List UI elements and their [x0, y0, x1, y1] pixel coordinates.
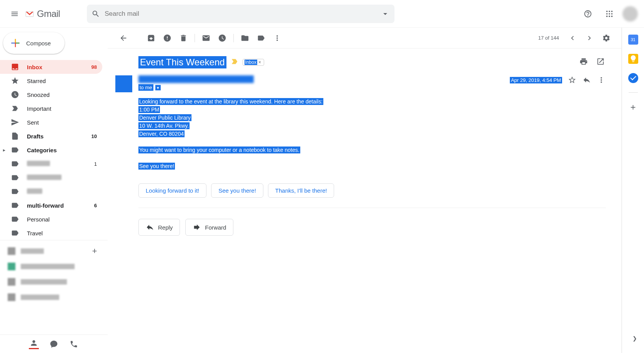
hangouts-contacts-tab[interactable] — [29, 339, 39, 349]
spam-icon — [163, 34, 171, 42]
snooze-button[interactable] — [214, 30, 230, 46]
hangouts-icon — [50, 340, 58, 348]
settings-button[interactable] — [598, 30, 614, 46]
nav-item-multi-forward[interactable]: multi-forward6 — [0, 198, 102, 212]
nav-item-label[interactable]: 1 — [0, 157, 102, 171]
nav-item-snoozed[interactable]: Snoozed — [0, 88, 102, 102]
nav-item-sent[interactable]: Sent — [0, 115, 102, 129]
chevron-left-icon — [568, 34, 577, 42]
top-right-controls — [579, 5, 638, 22]
report-spam-button[interactable] — [159, 30, 175, 46]
svg-point-9 — [611, 15, 613, 17]
nav-item-personal[interactable]: Personal — [0, 212, 102, 226]
star-outline-icon — [568, 76, 576, 84]
help-icon — [584, 10, 592, 18]
gmail-logo[interactable]: Gmail — [25, 8, 60, 19]
search-options-dropdown-icon[interactable] — [381, 9, 390, 18]
archive-button[interactable] — [143, 30, 159, 46]
email-body: Looking forward to the event at the libr… — [138, 98, 606, 170]
svg-point-4 — [606, 13, 608, 15]
hangouts-add-button[interactable]: + — [89, 246, 100, 256]
hangouts-header[interactable]: + — [0, 243, 108, 259]
hide-panel-button[interactable]: ❯ — [632, 335, 637, 341]
message-more-button[interactable] — [597, 75, 606, 85]
important-marker-icon[interactable] — [230, 57, 239, 68]
star-button[interactable] — [567, 75, 577, 85]
account-avatar[interactable] — [622, 6, 638, 22]
svg-point-6 — [611, 13, 613, 15]
support-button[interactable] — [579, 5, 596, 22]
hangouts-section: + — [0, 240, 108, 308]
mail-icon — [202, 34, 210, 42]
prev-button[interactable] — [564, 30, 581, 46]
nav-item-drafts[interactable]: Drafts10 — [0, 129, 102, 143]
more-button[interactable] — [269, 30, 285, 46]
main-menu-button[interactable] — [6, 5, 23, 22]
smart-replies: Looking forward to it!See you there!Than… — [138, 183, 606, 198]
keep-addon[interactable] — [628, 54, 638, 64]
compose-plus-icon — [10, 38, 21, 48]
smart-reply-chip[interactable]: See you there! — [211, 183, 263, 198]
person-icon — [30, 339, 38, 347]
reply-icon — [582, 76, 591, 84]
nav-item-starred[interactable]: Starred — [0, 74, 102, 88]
top-bar: Gmail — [0, 0, 644, 28]
open-in-new-icon — [596, 57, 605, 66]
nav-item-label[interactable] — [0, 171, 102, 185]
print-button[interactable] — [578, 56, 589, 67]
forward-button[interactable]: Forward — [185, 219, 233, 236]
mark-unread-button[interactable] — [198, 30, 214, 46]
compose-label: Compose — [26, 40, 51, 47]
labels-button[interactable] — [253, 30, 269, 46]
svg-point-2 — [609, 10, 610, 12]
more-vert-icon — [597, 76, 606, 84]
reply-icon-button[interactable] — [582, 75, 591, 85]
sender-name — [138, 75, 254, 83]
hangouts-contact[interactable] — [0, 274, 108, 290]
hangouts-chat-tab[interactable] — [49, 339, 59, 349]
search-bar[interactable] — [87, 5, 394, 23]
calendar-addon[interactable]: 31 — [628, 35, 638, 45]
hamburger-icon — [10, 10, 19, 18]
nav-item-inbox[interactable]: Inbox98 — [0, 60, 102, 74]
apps-button[interactable] — [601, 5, 618, 22]
nav-item-label[interactable] — [0, 185, 102, 198]
nav-item-important[interactable]: Important — [0, 102, 102, 115]
back-button[interactable] — [115, 30, 131, 46]
trash-icon — [179, 34, 188, 42]
tasks-addon[interactable] — [628, 73, 638, 83]
show-details-button[interactable]: ▾ — [155, 85, 161, 90]
smart-reply-chip[interactable]: Looking forward to it! — [138, 183, 206, 198]
gmail-icon — [25, 10, 34, 18]
move-to-button[interactable] — [237, 30, 253, 46]
compose-button[interactable]: Compose — [3, 32, 65, 54]
svg-point-1 — [606, 10, 608, 12]
search-input[interactable] — [105, 10, 381, 18]
search-icon — [92, 10, 100, 18]
gmail-logo-text: Gmail — [37, 8, 60, 19]
email-date: Apr 29, 2019, 4:54 PM — [510, 77, 562, 83]
get-addons-button[interactable]: + — [630, 102, 636, 113]
hangouts-contact[interactable] — [0, 259, 108, 274]
sender-avatar[interactable] — [115, 75, 132, 92]
svg-point-3 — [611, 10, 613, 12]
delete-button[interactable] — [175, 30, 191, 46]
reply-button[interactable]: Reply — [138, 219, 180, 236]
sidebar: Compose Inbox98StarredSnoozedImportantSe… — [0, 28, 108, 353]
archive-icon — [147, 34, 155, 42]
nav-item-travel[interactable]: Travel — [0, 226, 102, 240]
nav-item-categories[interactable]: ▸Categories — [0, 143, 102, 157]
next-button[interactable] — [581, 30, 597, 46]
smart-reply-chip[interactable]: Thanks, I'll be there! — [268, 183, 334, 198]
inbox-label-chip[interactable]: Inbox × — [243, 59, 264, 66]
phone-icon — [70, 340, 78, 348]
hangouts-contact[interactable] — [0, 290, 108, 305]
side-panel: 31 + ❯ — [622, 28, 644, 353]
nav-list: Inbox98StarredSnoozedImportantSentDrafts… — [0, 60, 108, 240]
remove-label-x-icon[interactable]: × — [257, 60, 262, 65]
hangouts-phone-tab[interactable] — [69, 339, 79, 349]
to-line: to me ▾ — [138, 85, 510, 90]
pagination-text: 17 of 144 — [538, 35, 559, 41]
open-new-window-button[interactable] — [595, 56, 606, 67]
chevron-right-icon — [585, 34, 594, 42]
